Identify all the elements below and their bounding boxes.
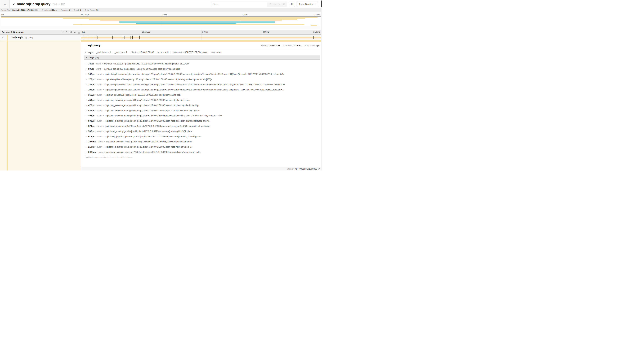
- chevron-right-icon: [85, 141, 87, 143]
- log-entry[interactable]: 495μs:event=‹sql/conn_executor_exec.go:6…: [84, 113, 320, 118]
- minimap-span-bar: [73, 24, 304, 25]
- log-field-name: event: [97, 120, 102, 122]
- span-collapse-icon[interactable]: [2, 37, 4, 39]
- tag-item[interactable]: _verbose=1: [113, 51, 127, 54]
- start-time-value: 0μs: [316, 44, 320, 47]
- log-entry[interactable]: 502μs:event=‹sql/conn_executor_exec.go:6…: [84, 118, 320, 124]
- collapse-all-icon[interactable]: [70, 31, 72, 33]
- chevron-right-icon: [85, 105, 87, 106]
- log-equals: =: [103, 89, 104, 91]
- prev-result-icon[interactable]: [274, 3, 276, 5]
- collapse-one-icon[interactable]: [62, 31, 64, 33]
- clear-search-icon[interactable]: [283, 3, 285, 5]
- logs-header[interactable]: Logs (18): [84, 56, 320, 60]
- log-entry[interactable]: 574μs:event=‹sql/distsql_running.go:1420…: [84, 124, 320, 129]
- view-selector-button[interactable]: Trace Timeline: [296, 2, 318, 7]
- tag-item[interactable]: _unfinished=1: [94, 51, 111, 54]
- log-timestamp: 142μs:: [88, 73, 95, 75]
- tag-item[interactable]: statement=SELECT * FROM users: [171, 51, 207, 54]
- find-buttons: [267, 2, 287, 7]
- log-marker[interactable]: [84, 36, 84, 39]
- divider: [83, 9, 83, 11]
- log-equals: =: [103, 146, 104, 148]
- collapse-controls: [62, 31, 76, 33]
- scrollbar-thumb[interactable]: [321, 1, 322, 7]
- keyboard-shortcuts-button[interactable]: ⌘: [288, 2, 295, 7]
- log-entry[interactable]: 2.79ms:event=‹sql/conn_executor_exec.go:…: [84, 150, 320, 155]
- tag-item[interactable]: user=root: [209, 51, 221, 54]
- log-timestamp: 459μs:: [88, 99, 95, 101]
- log-entry[interactable]: 678μs:event=‹sql/distsql_physical_planne…: [84, 134, 320, 139]
- span-bar-area[interactable]: [81, 35, 322, 40]
- log-entry[interactable]: 80μs:event=‹sql/plan_opt.go:358 [nsql1,c…: [84, 66, 320, 72]
- log-marker[interactable]: [112, 36, 112, 39]
- log-marker[interactable]: [139, 36, 140, 39]
- log-entry[interactable]: 486μs:event=‹sql/conn_executor_exec.go:6…: [84, 108, 320, 113]
- log-marker[interactable]: [124, 36, 124, 39]
- summary-item: Depth6: [74, 9, 81, 11]
- log-marker[interactable]: [124, 36, 124, 39]
- log-marker[interactable]: [123, 36, 123, 39]
- chevron-right-icon: [85, 74, 87, 75]
- minimap-tick-label: 2.79ms: [314, 14, 320, 16]
- log-marker[interactable]: [96, 36, 96, 39]
- expand-all-icon[interactable]: [74, 31, 76, 33]
- summary-item: Total Spans10: [85, 9, 98, 11]
- detail-right-column: sql query Service:node sql1 Duration:2.7…: [81, 40, 322, 171]
- summary-value: 2.79ms: [50, 9, 57, 11]
- tag-item[interactable]: client=127.0.0.1:59936: [129, 51, 154, 54]
- next-result-icon[interactable]: [278, 3, 280, 5]
- minimap-canvas[interactable]: [1, 17, 321, 26]
- summary-value: 2: [70, 9, 70, 11]
- find-input[interactable]: [211, 2, 267, 7]
- log-timestamp: 34μs:: [88, 63, 94, 65]
- log-entry[interactable]: 459μs:event=‹sql/conn_executor_exec.go:6…: [84, 98, 320, 103]
- vertical-scrollbar[interactable]: [321, 0, 322, 171]
- locate-icon[interactable]: [269, 3, 272, 5]
- chevron-down-icon: [86, 57, 88, 58]
- tag-equals: =: [136, 51, 138, 53]
- deep-link-icon[interactable]: [318, 168, 320, 170]
- log-field-name: event: [97, 125, 102, 127]
- log-equals: =: [102, 68, 103, 70]
- summary-item: Trace StartMarch 31 2022, 17:25:09.326: [1, 9, 38, 11]
- log-field-name: event: [97, 89, 102, 91]
- logs-note: Log timestamps are relative to the start…: [84, 156, 320, 158]
- collapse-trace-icon[interactable]: [12, 3, 15, 5]
- log-marker[interactable]: [314, 36, 314, 39]
- log-field-name: event: [97, 94, 102, 96]
- timeline-gridline: [141, 30, 141, 35]
- log-entry[interactable]: 2.69ms:event=‹sql/conn_executor_exec.go:…: [84, 139, 320, 144]
- back-button[interactable]: ←: [0, 0, 10, 8]
- log-entry[interactable]: 201μs:event=‹sql/catalog/lease/descripto…: [84, 87, 320, 92]
- log-marker[interactable]: [97, 36, 98, 39]
- chevron-down-icon: [314, 3, 316, 5]
- log-value: ‹sql/distsql_physical_planner.go:828 [ns…: [105, 135, 201, 138]
- log-marker[interactable]: [88, 36, 88, 39]
- summary-label: Services: [61, 9, 68, 11]
- log-marker[interactable]: [130, 36, 131, 39]
- log-entry[interactable]: 189μs:event=‹sql/catalog/lease/descripto…: [84, 82, 320, 87]
- chevron-right-icon: [85, 89, 87, 91]
- log-entry[interactable]: 476μs:event=‹sql/conn_executor_exec.go:6…: [84, 103, 320, 108]
- log-field-name: event: [97, 73, 102, 75]
- expand-one-icon[interactable]: [66, 31, 68, 33]
- log-entry[interactable]: 142μs:event=‹sql/catalog/lease/descripto…: [84, 72, 320, 77]
- log-value: ‹sql/plan_opt.go:358 [nsql1,client=127.0…: [104, 68, 180, 70]
- log-entry[interactable]: 597μs:event=‹sql/distsql_running.go:498 …: [84, 129, 320, 134]
- span-duration-bar[interactable]: [81, 37, 321, 39]
- log-entry[interactable]: 176μs:event=‹sql/catalog/descs/descripto…: [84, 77, 320, 82]
- log-marker[interactable]: [122, 36, 122, 39]
- column-resize-grip[interactable]: [78, 33, 80, 34]
- log-timestamp: 495μs:: [88, 115, 95, 117]
- tag-item[interactable]: node=sql1: [156, 51, 169, 54]
- tags-row[interactable]: Tags: _unfinished=1_verbose=1client=127.…: [84, 51, 320, 54]
- log-entry[interactable]: 366μs:event=‹sql/plan_opt.go:358 [nsql1,…: [84, 92, 320, 98]
- log-entry[interactable]: 2.7ms:event=‹sql/conn_executor_exec.go:6…: [84, 144, 320, 150]
- span-row[interactable]: node sql1 sql query: [0, 35, 322, 40]
- log-entry[interactable]: 34μs:event=‹sql/exec_util.go:2297 [nsql1…: [84, 61, 320, 66]
- log-marker[interactable]: [313, 36, 314, 39]
- span-color-accent: [7, 40, 8, 171]
- tag-value: sql1: [165, 51, 169, 54]
- log-value: ‹sql/conn_executor_exec.go:684 [nsql1,cl…: [105, 99, 190, 101]
